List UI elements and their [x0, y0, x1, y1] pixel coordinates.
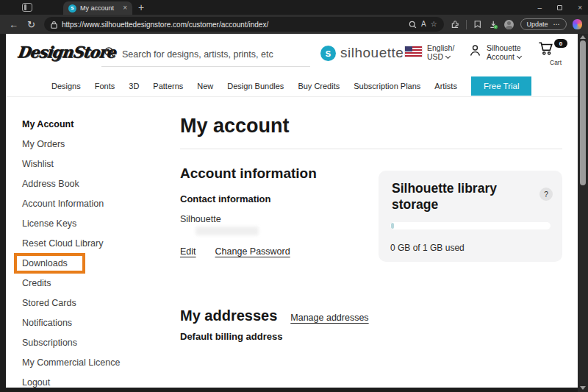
storage-progress-bar — [390, 222, 551, 229]
nav-item-design-bundles[interactable]: Design Bundles — [227, 82, 284, 90]
sidebar-item-downloads[interactable]: Downloads — [14, 253, 85, 274]
nav-item-artists[interactable]: Artists — [434, 82, 457, 90]
default-billing-heading: Default billing address — [180, 331, 282, 342]
page-title: My account — [180, 115, 290, 138]
sidebar-item-account-information[interactable]: Account Information — [22, 199, 104, 209]
sidebar-item-my-account[interactable]: My Account — [22, 119, 74, 129]
nav-item-patterns[interactable]: Patterns — [153, 82, 183, 90]
sidebar-item-my-orders[interactable]: My Orders — [22, 139, 65, 149]
page-scrollbar[interactable] — [578, 34, 588, 392]
us-flag-icon — [405, 46, 422, 57]
my-addresses-heading: My addresses — [180, 307, 277, 324]
search-underline — [101, 66, 310, 67]
help-icon[interactable]: ? — [539, 188, 553, 201]
favorites-star-icon[interactable]: ☆ — [431, 21, 437, 28]
account-information-heading: Account information — [180, 165, 317, 182]
search-icon — [104, 46, 116, 59]
site-favicon-icon: s — [68, 4, 76, 13]
silhouette-brand[interactable]: s silhouette — [320, 45, 404, 61]
tab-close-icon[interactable]: × — [123, 4, 127, 12]
edit-link[interactable]: Edit — [180, 246, 196, 257]
person-icon — [469, 43, 481, 57]
nav-item-subscription-plans[interactable]: Subscription Plans — [354, 82, 420, 90]
sidebar-item-address-book[interactable]: Address Book — [22, 179, 79, 189]
chevron-down-icon — [517, 54, 522, 59]
search-input[interactable]: Search for designs, artists, prints, etc — [122, 49, 273, 60]
sidebar-item-stored-cards[interactable]: Stored Cards — [22, 298, 76, 308]
redacted-email — [196, 227, 259, 235]
refresh-icon[interactable]: ↻ — [27, 20, 35, 29]
sidebar-item-reset-cloud-library[interactable]: Reset Cloud Library — [22, 238, 103, 249]
address-bar[interactable]: https://www.silhouettedesignstore.com/cu… — [44, 17, 444, 32]
window-close-icon[interactable]: × — [578, 4, 582, 12]
browser-tab[interactable]: s My account × — [63, 1, 132, 15]
downloads-icon[interactable] — [489, 20, 498, 29]
window-minimize-icon[interactable]: – — [538, 4, 542, 12]
url-text: https://www.silhouettedesignstore.com/cu… — [62, 21, 404, 29]
window-controls: – × — [538, 0, 582, 15]
collections-icon[interactable] — [473, 20, 482, 29]
designstore-logo[interactable]: DesignStore — [16, 43, 116, 61]
browser-update-button[interactable]: Update ⋯ — [520, 18, 567, 30]
nav-item-new[interactable]: New — [197, 82, 213, 90]
tab-actions-menu-icon[interactable] — [22, 3, 32, 12]
nav-item-3d[interactable]: 3D — [129, 82, 139, 90]
scrollbar-thumb[interactable] — [580, 40, 586, 185]
extensions-icon[interactable] — [451, 20, 459, 29]
change-password-link[interactable]: Change Password — [215, 246, 290, 257]
sidebar-item-subscriptions[interactable]: Subscriptions — [22, 338, 77, 348]
account-label-2: Account — [487, 52, 514, 61]
cart-icon — [538, 41, 554, 56]
silhouette-logo-icon: s — [320, 46, 336, 61]
sidebar-item-credits[interactable]: Credits — [22, 278, 51, 288]
storage-title: Silhouette library storage — [392, 180, 520, 213]
read-aloud-icon[interactable]: A — [421, 21, 426, 28]
nav-item-fonts[interactable]: Fonts — [95, 82, 115, 90]
zoom-search-icon[interactable] — [409, 21, 417, 29]
silhouette-brand-name: silhouette — [340, 45, 404, 61]
storage-progress-fill — [391, 223, 394, 229]
scroll-up-icon[interactable] — [580, 35, 586, 39]
sidebar-item-logout[interactable]: Logout — [22, 377, 50, 388]
browser-tab-strip: s My account × + – × — [0, 0, 588, 15]
window-restore-icon[interactable] — [557, 5, 562, 10]
account-menu[interactable]: Silhouette Account — [469, 43, 521, 61]
update-label: Update — [527, 21, 548, 28]
cart-count-badge: 0 — [554, 39, 567, 48]
free-trial-button[interactable]: Free Trial — [471, 76, 532, 96]
nav-item-designs[interactable]: Designs — [51, 82, 81, 90]
back-icon[interactable]: ← — [9, 20, 18, 29]
browser-toolbar: ← ↻ https://www.silhouettedesignstore.co… — [0, 15, 588, 34]
sidebar-item-wishlist[interactable]: Wishlist — [22, 159, 54, 169]
contact-information-heading: Contact information — [180, 193, 271, 204]
site-nav: DesignsFonts3DPatternsNewDesign BundlesB… — [51, 76, 531, 96]
language-selector[interactable]: English/ USD — [405, 43, 454, 61]
scroll-down-icon[interactable] — [580, 386, 586, 390]
sidebar-item-notifications[interactable]: Notifications — [22, 318, 72, 328]
library-storage-card: Silhouette library storage ? 0 GB of 1 G… — [379, 171, 562, 262]
cart-label: Cart — [550, 59, 562, 66]
chevron-down-icon — [445, 54, 451, 59]
toolbar-divider — [466, 20, 467, 29]
profile-avatar[interactable] — [504, 20, 513, 29]
title-divider — [180, 149, 562, 149]
storage-usage-text: 0 GB of 1 GB used — [390, 243, 465, 253]
manage-addresses-link[interactable]: Manage addresses — [290, 313, 368, 323]
nav-item-buy-credits[interactable]: Buy Credits — [298, 82, 340, 90]
nav-divider — [6, 96, 578, 97]
account-label-1: Silhouette — [487, 43, 521, 52]
currency-label: USD — [427, 52, 443, 61]
cart-button[interactable]: 0 Cart — [538, 41, 572, 56]
lock-icon — [51, 21, 57, 29]
sidebar-item-license-keys[interactable]: License Keys — [22, 218, 76, 229]
page-viewport: DesignStore Search for designs, artists,… — [6, 34, 578, 388]
tab-title: My account — [80, 4, 119, 12]
contact-name: Silhouette — [180, 214, 221, 224]
new-tab-button[interactable]: + — [138, 1, 144, 14]
sidebar-item-my-commercial-licence[interactable]: My Commercial Licence — [22, 357, 120, 368]
copilot-icon[interactable] — [573, 19, 582, 29]
language-label: English/ — [427, 43, 454, 52]
more-menu-icon[interactable]: ⋯ — [553, 21, 560, 28]
